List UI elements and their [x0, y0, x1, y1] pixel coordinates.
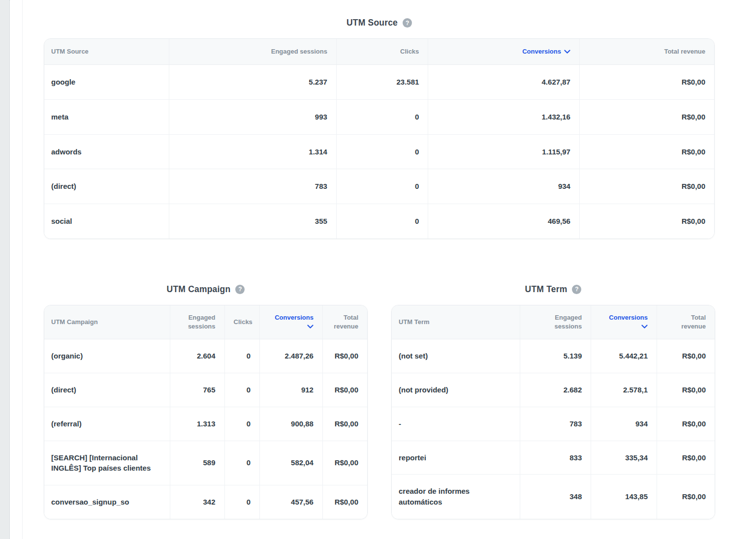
value-cell: 934 — [591, 407, 657, 441]
row-label-cell: (not provided) — [392, 373, 520, 407]
column-header[interactable]: UTM Campaign — [44, 305, 170, 339]
table-row: (organic)2.60402.487,26R$0,00 — [44, 339, 367, 373]
value-cell: 5.237 — [169, 65, 336, 100]
row-label-cell: creador de informes automáticos — [392, 475, 520, 519]
row-label-cell: google — [44, 65, 169, 100]
value-cell: 348 — [520, 475, 591, 519]
table-row: social3550469,56R$0,00 — [44, 204, 714, 239]
column-header[interactable]: Engaged sessions — [520, 305, 591, 339]
utm-source-table: UTM SourceEngaged sessionsClicksConversi… — [44, 39, 714, 239]
value-cell: R$0,00 — [322, 441, 367, 485]
table-row: conversao_signup_so3420457,56R$0,00 — [44, 485, 367, 519]
table-row: (referral)1.3130900,88R$0,00 — [44, 407, 367, 441]
value-cell: 0 — [224, 339, 260, 373]
column-header[interactable]: Clicks — [336, 39, 428, 65]
value-cell: 355 — [169, 204, 336, 239]
utm-source-section: UTM Source ? UTM SourceEngaged sessionsC… — [44, 18, 715, 239]
row-label-cell: meta — [44, 99, 169, 134]
column-header-label: Clicks — [234, 318, 252, 326]
value-cell: 0 — [336, 204, 428, 239]
row-label-cell: conversao_signup_so — [44, 485, 170, 519]
chevron-down-icon — [564, 50, 570, 54]
column-header-sorted[interactable]: Conversions — [428, 39, 580, 65]
value-cell: 582,04 — [260, 441, 323, 485]
column-header-label: Clicks — [400, 48, 419, 55]
chevron-down-icon — [641, 325, 648, 329]
column-header-label: Total revenue — [664, 48, 705, 55]
value-cell: R$0,00 — [579, 169, 714, 204]
value-cell: 5.442,21 — [591, 339, 657, 373]
value-cell: 23.581 — [336, 65, 428, 100]
column-header[interactable]: Total revenue — [657, 305, 715, 339]
value-cell: 783 — [520, 407, 591, 441]
table-row: -783934R$0,00 — [392, 407, 715, 441]
value-cell: 143,85 — [591, 475, 657, 519]
utm-term-table: UTM TermEngaged sessionsConversionsTotal… — [392, 305, 715, 519]
column-header-label: Total revenue — [681, 314, 706, 330]
column-header-label: Total revenue — [334, 314, 358, 330]
utm-campaign-title-row: UTM Campaign ? — [44, 284, 368, 295]
utm-term-title: UTM Term — [525, 284, 567, 295]
table-row: (direct)7830934R$0,00 — [44, 169, 714, 204]
value-cell: R$0,00 — [579, 65, 714, 100]
value-cell: 0 — [336, 169, 428, 204]
utm-campaign-title: UTM Campaign — [167, 284, 231, 295]
value-cell: 5.139 — [520, 339, 591, 373]
column-header-label: Conversions — [609, 314, 648, 321]
row-label-cell: reportei — [392, 441, 520, 475]
column-header-sorted[interactable]: Conversions — [591, 305, 657, 339]
column-header-label: Engaged sessions — [188, 314, 216, 330]
column-header[interactable]: Engaged sessions — [170, 305, 224, 339]
chevron-down-icon — [307, 325, 314, 329]
table-row: (not provided)2.6822.578,1R$0,00 — [392, 373, 715, 407]
row-label-cell: - — [392, 407, 520, 441]
column-header-label: UTM Term — [399, 318, 430, 326]
row-label-cell: (referral) — [44, 407, 170, 441]
value-cell: 912 — [260, 373, 323, 407]
column-header-sorted[interactable]: Conversions — [260, 305, 323, 339]
header-row: UTM SourceEngaged sessionsClicksConversi… — [44, 39, 714, 65]
column-header[interactable]: Total revenue — [322, 305, 367, 339]
column-header[interactable]: UTM Source — [44, 39, 169, 65]
value-cell: 2.682 — [520, 373, 591, 407]
help-icon[interactable]: ? — [572, 285, 581, 294]
window-edge-strip — [0, 0, 10, 539]
column-header[interactable]: Engaged sessions — [169, 39, 336, 65]
column-header-label: Conversions — [522, 48, 561, 55]
utm-source-title-row: UTM Source ? — [44, 18, 715, 28]
header-row: UTM TermEngaged sessionsConversionsTotal… — [392, 305, 715, 339]
value-cell: 0 — [224, 373, 260, 407]
value-cell: 0 — [336, 134, 428, 169]
value-cell: 589 — [170, 441, 224, 485]
value-cell: 335,34 — [591, 441, 657, 475]
value-cell: 0 — [224, 407, 260, 441]
table-row: google5.23723.5814.627,87R$0,00 — [44, 65, 714, 100]
value-cell: 2.604 — [170, 339, 224, 373]
column-header[interactable]: UTM Term — [392, 305, 520, 339]
column-header[interactable]: Clicks — [224, 305, 260, 339]
report-panel: UTM Source ? UTM SourceEngaged sessionsC… — [22, 0, 756, 539]
value-cell: 1.314 — [169, 134, 336, 169]
value-cell: 0 — [224, 441, 260, 485]
value-cell: 783 — [169, 169, 336, 204]
utm-campaign-section: UTM Campaign ? UTM CampaignEngaged sessi… — [44, 284, 368, 519]
table-row: reportei833335,34R$0,00 — [392, 441, 715, 475]
value-cell: R$0,00 — [657, 441, 715, 475]
value-cell: 900,88 — [260, 407, 323, 441]
help-icon[interactable]: ? — [235, 285, 245, 294]
row-label-cell: (direct) — [44, 169, 169, 204]
value-cell: 2.578,1 — [591, 373, 657, 407]
help-icon[interactable]: ? — [403, 18, 412, 28]
column-header-label: Engaged sessions — [555, 314, 582, 330]
table-row: creador de informes automáticos348143,85… — [392, 475, 715, 519]
value-cell: R$0,00 — [322, 339, 367, 373]
value-cell: R$0,00 — [322, 373, 367, 407]
value-cell: 993 — [169, 99, 336, 134]
value-cell: R$0,00 — [579, 99, 714, 134]
row-label-cell: (organic) — [44, 339, 170, 373]
value-cell: 1.115,97 — [428, 134, 580, 169]
utm-term-title-row: UTM Term ? — [391, 284, 715, 295]
table-row: [SEARCH] [Internacional INGLÊS] Top país… — [44, 441, 367, 485]
value-cell: 934 — [428, 169, 580, 204]
column-header[interactable]: Total revenue — [579, 39, 714, 65]
